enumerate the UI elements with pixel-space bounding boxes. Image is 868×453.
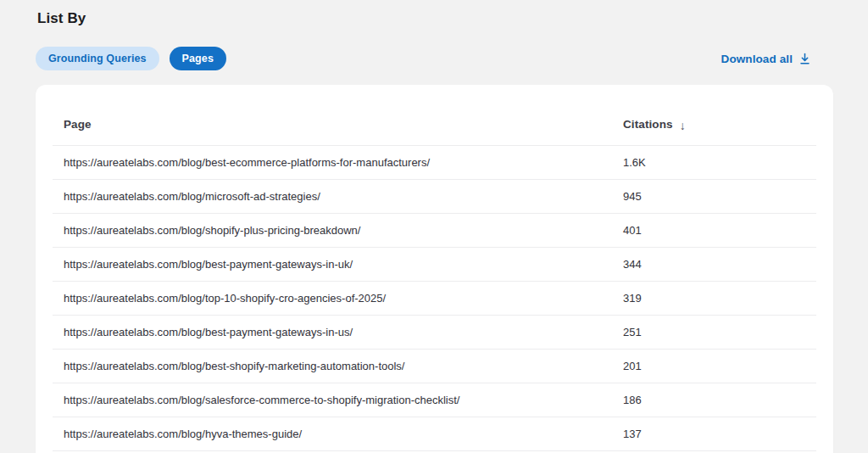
tab-pages[interactable]: Pages: [170, 47, 226, 70]
citations-cell: 1.6K: [623, 156, 816, 169]
page-url-cell: https://aureatelabs.com/blog/top-10-shop…: [53, 292, 623, 305]
list-by-section: List By Grounding Queries Pages Download…: [0, 0, 868, 453]
download-icon: [798, 53, 811, 65]
citations-cell: 201: [623, 360, 816, 372]
table-row[interactable]: https://aureatelabs.com/blog/microsoft-a…: [53, 180, 816, 214]
citations-cell: 344: [623, 258, 816, 271]
citations-cell: 945: [623, 190, 816, 203]
page-url-cell: https://aureatelabs.com/blog/salesforce-…: [53, 394, 623, 406]
sort-descending-icon: ↓: [680, 120, 686, 131]
table-row[interactable]: https://aureatelabs.com/blog/hyva-themes…: [53, 417, 816, 451]
column-header-page: Page: [53, 118, 623, 131]
citations-cell: 401: [623, 224, 816, 237]
page-url-cell: https://aureatelabs.com/blog/microsoft-a…: [53, 190, 623, 203]
tab-grounding-queries[interactable]: Grounding Queries: [36, 47, 159, 70]
table-body: https://aureatelabs.com/blog/best-ecomme…: [36, 146, 833, 451]
page-url-cell: https://aureatelabs.com/blog/shopify-plu…: [53, 224, 623, 237]
page-url-cell: https://aureatelabs.com/blog/hyva-themes…: [53, 428, 623, 440]
page-url-cell: https://aureatelabs.com/blog/best-paymen…: [53, 326, 623, 338]
table-row[interactable]: https://aureatelabs.com/blog/best-paymen…: [53, 316, 816, 350]
citations-cell: 137: [623, 428, 816, 440]
table-row[interactable]: https://aureatelabs.com/blog/best-ecomme…: [53, 146, 816, 180]
table-row[interactable]: https://aureatelabs.com/blog/shopify-plu…: [53, 214, 816, 248]
page-title: List By: [37, 10, 833, 27]
table-row[interactable]: https://aureatelabs.com/blog/best-shopif…: [53, 350, 816, 383]
citations-cell: 186: [623, 394, 816, 406]
toolbar: Grounding Queries Pages Download all: [36, 47, 833, 70]
table-row[interactable]: https://aureatelabs.com/blog/top-10-shop…: [53, 282, 816, 316]
pages-table-card: Page Citations ↓ https://aureatelabs.com…: [36, 85, 833, 453]
table-header-row: Page Citations ↓: [53, 103, 816, 146]
download-all-button[interactable]: Download all: [721, 53, 811, 65]
view-toggle-group: Grounding Queries Pages: [36, 47, 226, 70]
column-header-citations-label: Citations: [623, 118, 673, 131]
download-all-label: Download all: [721, 53, 793, 65]
page-url-cell: https://aureatelabs.com/blog/best-ecomme…: [53, 156, 623, 169]
citations-cell: 251: [623, 326, 816, 338]
table-row[interactable]: https://aureatelabs.com/blog/salesforce-…: [53, 383, 816, 417]
table-row[interactable]: https://aureatelabs.com/blog/best-paymen…: [53, 248, 816, 282]
column-header-citations[interactable]: Citations ↓: [623, 118, 816, 131]
page-url-cell: https://aureatelabs.com/blog/best-paymen…: [53, 258, 623, 271]
page-url-cell: https://aureatelabs.com/blog/best-shopif…: [53, 360, 623, 372]
citations-cell: 319: [623, 292, 816, 305]
